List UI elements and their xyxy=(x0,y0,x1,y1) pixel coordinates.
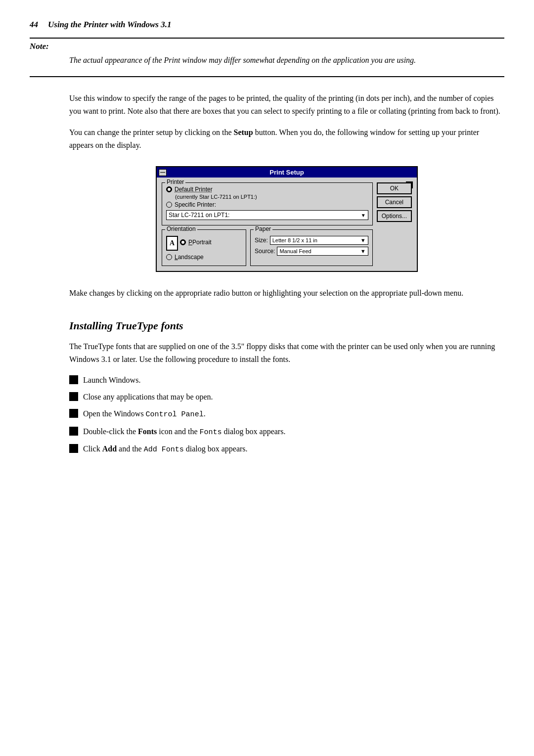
size-label: Size: xyxy=(255,237,268,244)
installing-intro: The TrueType fonts that are supplied on … xyxy=(69,340,504,365)
specific-printer-row: Specific Printer: xyxy=(166,201,368,208)
portrait-radio-row: PPortrait xyxy=(180,239,212,248)
paragraph-3: Make changes by clicking on the appropri… xyxy=(69,287,504,300)
portrait-with-icon: A PPortrait xyxy=(166,236,242,251)
currently-label: (currently Star LC-7211 on LPT1:) xyxy=(175,194,368,200)
ok-button[interactable]: OK xyxy=(377,182,412,194)
page-header: 44 Using the Printer with Windows 3.1 xyxy=(30,20,504,30)
paragraph-1: Use this window to specify the range of … xyxy=(69,92,504,117)
window-control-button[interactable]: — xyxy=(159,169,167,176)
window-left: Printer Default Printer (currently Star … xyxy=(162,182,373,266)
portrait-row: PPortrait xyxy=(180,239,212,246)
paper-source-row: Source: Manual Feed ▼ xyxy=(255,247,368,256)
source-dropdown-arrow: ▼ xyxy=(360,248,366,254)
checkbox-icon xyxy=(69,409,78,418)
note-section: Note: The actual appearance of the Print… xyxy=(30,42,504,66)
source-dropdown[interactable]: Manual Feed ▼ xyxy=(277,247,368,256)
default-printer-radio[interactable] xyxy=(166,186,172,192)
note-content: The actual appearance of the Print windo… xyxy=(69,54,504,66)
bottom-groups: Orientation A PPortrait xyxy=(162,229,373,266)
options-button[interactable]: Options... xyxy=(377,210,412,222)
top-divider xyxy=(30,38,504,39)
portrait-icon: A xyxy=(166,236,178,251)
orientation-group: Orientation A PPortrait xyxy=(162,229,246,266)
step-1-text: Launch Windows. xyxy=(83,374,140,386)
section-heading: Installing TrueType fonts xyxy=(69,319,504,332)
portrait-label: PPortrait xyxy=(188,239,212,246)
installation-steps: Launch Windows. Close any applications t… xyxy=(69,374,504,456)
window-right-buttons: OK Cancel Options... xyxy=(377,182,412,266)
printer-group-label: Printer xyxy=(165,178,185,185)
checkbox-icon xyxy=(69,392,78,401)
checkbox-icon xyxy=(69,375,78,384)
printer-group: Printer Default Printer (currently Star … xyxy=(162,182,373,225)
paper-size-row: Size: Letter 8 1/2 x 11 in ▼ xyxy=(255,236,368,245)
list-item: Close any applications that may be open. xyxy=(69,391,504,403)
source-value: Manual Feed xyxy=(279,248,311,254)
step-5-text: Click Add and the Add Fonts dialog box a… xyxy=(83,443,248,456)
print-setup-window: — Print Setup Printer Default Printer (c… xyxy=(156,166,418,272)
orientation-group-label: Orientation xyxy=(165,225,197,232)
specific-printer-value: Star LC-7211 on LPT1: xyxy=(169,212,229,219)
main-content: Use this window to specify the range of … xyxy=(69,92,504,456)
list-item: Double-click the Fonts icon and the Font… xyxy=(69,426,504,439)
step-3-text: Open the Windows Control Panel. xyxy=(83,408,206,421)
landscape-radio[interactable] xyxy=(166,254,172,260)
dropdown-arrow-icon: ▼ xyxy=(361,213,366,218)
window-titlebar: — Print Setup xyxy=(157,167,417,178)
default-printer-row: Default Printer xyxy=(166,186,368,193)
portrait-radio[interactable] xyxy=(180,239,186,245)
specific-printer-label: Specific Printer: xyxy=(175,201,216,208)
print-setup-container: — Print Setup Printer Default Printer (c… xyxy=(69,166,504,272)
paper-group: Paper Size: Letter 8 1/2 x 11 in ▼ Sourc… xyxy=(250,229,373,266)
specific-printer-radio[interactable] xyxy=(166,202,172,208)
installing-section: Installing TrueType fonts The TrueType f… xyxy=(69,319,504,456)
list-item: Launch Windows. xyxy=(69,374,504,386)
checkbox-icon xyxy=(69,444,78,453)
checkbox-icon xyxy=(69,427,78,436)
default-printer-label: Default Printer xyxy=(175,186,213,193)
size-dropdown[interactable]: Letter 8 1/2 x 11 in ▼ xyxy=(270,236,368,245)
specific-printer-dropdown-row: Star LC-7211 on LPT1: ▼ xyxy=(166,210,368,220)
page-title: Using the Printer with Windows 3.1 xyxy=(48,20,171,30)
step-2-text: Close any applications that may be open. xyxy=(83,391,213,403)
window-body: Printer Default Printer (currently Star … xyxy=(157,178,417,271)
list-item: Click Add and the Add Fonts dialog box a… xyxy=(69,443,504,456)
bottom-divider xyxy=(30,76,504,77)
step-4-text: Double-click the Fonts icon and the Font… xyxy=(83,426,285,439)
paragraph-2: You can change the printer setup by clic… xyxy=(69,126,504,151)
source-label: Source: xyxy=(255,248,275,255)
paper-group-label: Paper xyxy=(254,225,272,232)
landscape-row: Landscape xyxy=(166,254,242,261)
cancel-button[interactable]: Cancel xyxy=(377,196,412,208)
size-value: Letter 8 1/2 x 11 in xyxy=(272,237,317,243)
note-label: Note: xyxy=(30,42,504,51)
list-item: Open the Windows Control Panel. xyxy=(69,408,504,421)
page-number: 44 xyxy=(30,20,38,30)
window-title: Print Setup xyxy=(269,169,304,176)
specific-printer-dropdown[interactable]: Star LC-7211 on LPT1: ▼ xyxy=(166,210,368,220)
landscape-label: Landscape xyxy=(175,254,204,261)
size-dropdown-arrow: ▼ xyxy=(360,237,366,243)
